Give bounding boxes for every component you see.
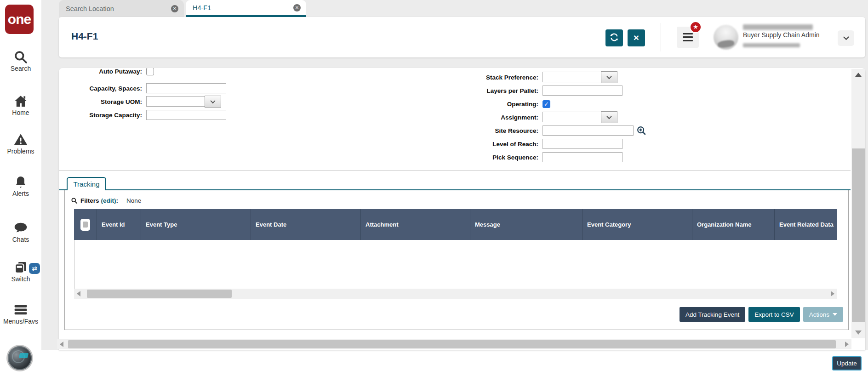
tracking-buttons: Add Tracking Event Export to CSV Actions xyxy=(680,307,843,322)
tab-close-icon[interactable]: ✕ xyxy=(293,4,301,11)
sidebar-item-home[interactable]: Home xyxy=(0,94,41,116)
sidebar-item-chats[interactable]: Chats xyxy=(0,221,41,243)
field-label-auto-putaway: Auto Putaway: xyxy=(59,68,145,75)
filters-edit-link[interactable]: (edit) xyxy=(101,197,116,204)
level-of-reach-input[interactable] xyxy=(542,139,622,149)
field-label-storage-capacity: Storage Capacity: xyxy=(59,112,145,119)
user-name-redacted xyxy=(743,24,813,30)
sidebar-item-switch[interactable]: Switch⇄ xyxy=(0,260,41,283)
field-label-stack-preference: Stack Preference: xyxy=(449,74,541,81)
tab-search-location[interactable]: Search Location✕ xyxy=(59,0,184,17)
form-row-assignment: Assignment: xyxy=(449,111,617,123)
filters-value: None xyxy=(126,197,141,204)
column-header-message[interactable]: Message xyxy=(470,209,582,240)
page-title: H4-F1 xyxy=(71,31,98,42)
scroll-right-arrow[interactable] xyxy=(845,342,849,347)
field-label-site-resource: Site Resource: xyxy=(449,127,541,134)
scroll-left-arrow[interactable] xyxy=(60,342,63,347)
actions-label: Actions xyxy=(809,311,829,318)
storage-uom-select[interactable] xyxy=(146,96,221,108)
stack-preference-select[interactable] xyxy=(542,71,617,83)
user-avatar[interactable] xyxy=(714,25,738,50)
column-header-event-date[interactable]: Event Date xyxy=(251,209,361,240)
swap-arrows-icon[interactable]: ⇄ xyxy=(29,263,40,274)
sidebar-item-problems[interactable]: Problems xyxy=(0,132,41,155)
page-horizontal-scrollbar[interactable] xyxy=(57,339,851,349)
pages-icon xyxy=(13,260,28,275)
sidebar-item-label: Problems xyxy=(7,148,34,155)
column-header-event-type[interactable]: Event Type xyxy=(141,209,251,240)
form-row-capacity-spaces: Capacity, Spaces: xyxy=(59,82,226,94)
table-scrollbar-thumb[interactable] xyxy=(87,290,232,298)
refresh-button[interactable] xyxy=(605,29,623,46)
pick-sequence-input[interactable] xyxy=(542,152,622,162)
sidebar-item-label: Search xyxy=(11,65,31,72)
storage-capacity-input[interactable] xyxy=(146,110,226,120)
select-dropdown-button[interactable] xyxy=(601,111,617,123)
close-page-button[interactable]: × xyxy=(628,29,645,46)
operating-checkbox[interactable]: ✓ xyxy=(542,100,550,108)
auto-putaway-checkbox[interactable] xyxy=(146,68,154,75)
page-header: H4-F1 × ★ xyxy=(59,17,865,57)
sidebar-item-label: Switch xyxy=(11,275,30,283)
column-header-event-related-data[interactable]: Event Related Data xyxy=(775,209,837,240)
user-role: Buyer Supply Chain Admin xyxy=(743,31,820,39)
sidebar-item-alerts[interactable]: Alerts xyxy=(0,175,41,197)
filters-colon: : xyxy=(116,197,119,204)
select-all-checkbox[interactable] xyxy=(80,219,90,231)
actions-dropdown-button[interactable]: Actions xyxy=(803,307,843,322)
scroll-up-arrow[interactable] xyxy=(855,73,862,77)
location-form: Auto Putaway:Capacity, Spaces:Storage UO… xyxy=(59,68,851,171)
magnifier-plus-icon[interactable] xyxy=(636,125,646,136)
form-row-storage-uom: Storage UOM: xyxy=(59,96,221,108)
tab-h4-f1[interactable]: H4-F1✕ xyxy=(186,0,306,17)
footer-bar: Update xyxy=(41,350,868,376)
export-to-csv-button[interactable]: Export to CSV xyxy=(748,307,800,322)
assistant-avatar[interactable] xyxy=(8,346,32,370)
tab-close-icon[interactable]: ✕ xyxy=(171,5,178,12)
chevron-down-icon xyxy=(833,313,837,316)
column-header-attachment[interactable]: Attachment xyxy=(361,209,470,240)
app-root: one SearchHomeProblemsAlertsChatsSwitch⇄… xyxy=(0,0,868,376)
tracking-table-body xyxy=(74,240,837,289)
user-dropdown-button[interactable] xyxy=(838,30,854,46)
scroll-left-arrow[interactable] xyxy=(77,291,80,296)
site-resource-input[interactable] xyxy=(542,125,634,136)
field-label-assignment: Assignment: xyxy=(449,114,541,121)
main-area: Search Location✕H4-F1✕ H4-F1 × xyxy=(41,0,868,376)
star-badge-icon: ★ xyxy=(690,21,702,33)
filters-row: Filters (edit) : None xyxy=(71,196,141,205)
assignment-select[interactable] xyxy=(542,111,617,123)
page-vertical-scrollbar[interactable] xyxy=(851,69,865,338)
tracking-table-header: Event IdEvent TypeEvent DateAttachmentMe… xyxy=(74,209,837,240)
column-header-event-id[interactable]: Event Id xyxy=(97,209,141,240)
select-value xyxy=(146,96,205,107)
capacity-spaces-input[interactable] xyxy=(146,83,226,93)
select-all-header-cell xyxy=(74,209,97,240)
tab-bar: Search Location✕H4-F1✕ xyxy=(59,0,306,17)
tab-label: H4-F1 xyxy=(193,4,293,11)
scroll-right-arrow[interactable] xyxy=(831,291,834,296)
sidebar-item-menus-favs[interactable]: Menus/Favs xyxy=(0,302,41,325)
sidebar-item-search[interactable]: Search xyxy=(0,50,41,72)
scroll-down-arrow[interactable] xyxy=(855,330,862,335)
update-button[interactable]: Update xyxy=(832,356,862,370)
vertical-scrollbar-thumb[interactable] xyxy=(852,148,865,322)
warning-triangle-icon xyxy=(13,132,28,147)
select-dropdown-button[interactable] xyxy=(601,71,617,83)
table-horizontal-scrollbar[interactable] xyxy=(74,289,837,299)
select-value xyxy=(542,72,601,82)
one-logo[interactable]: one xyxy=(5,5,34,34)
layers-per-pallet-input[interactable] xyxy=(542,85,622,96)
header-divider xyxy=(661,23,661,51)
add-tracking-event-button[interactable]: Add Tracking Event xyxy=(680,307,745,322)
column-header-event-category[interactable]: Event Category xyxy=(582,209,692,240)
hamburger-icon xyxy=(13,302,28,317)
form-row-layers-per-pallet: Layers per Pallet: xyxy=(449,85,622,97)
tab-tracking[interactable]: Tracking xyxy=(67,177,106,190)
column-header-organization-name[interactable]: Organization Name xyxy=(692,209,775,240)
select-dropdown-button[interactable] xyxy=(205,96,221,108)
hamburger-icon xyxy=(683,33,693,34)
user-org-redacted xyxy=(743,43,800,47)
page-scrollbar-thumb[interactable] xyxy=(68,340,836,348)
